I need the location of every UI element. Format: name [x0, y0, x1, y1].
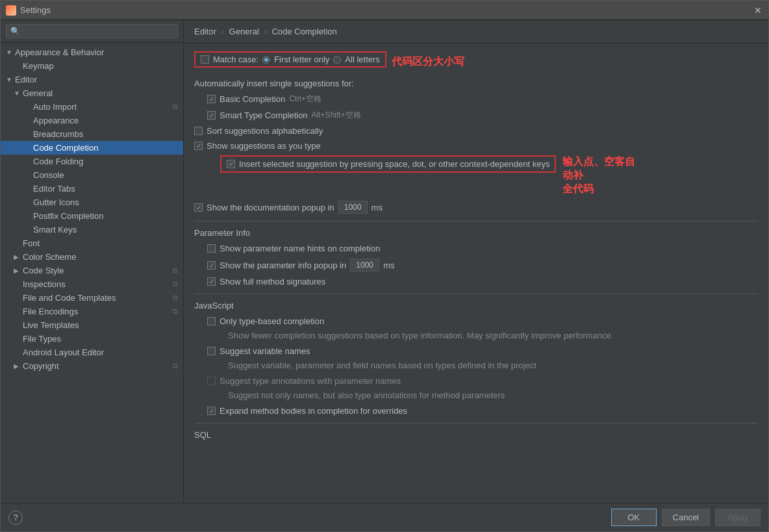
smart-type-label: Smart Type Completion: [220, 110, 308, 120]
param-ms-label: ms: [383, 260, 394, 270]
match-case-label: Match case:: [213, 55, 258, 64]
sidebar-item-file-and-code-templates[interactable]: File and Code Templates⧉: [1, 291, 183, 305]
show-full-signatures-label: Show full method signatures: [220, 277, 325, 286]
match-case-box: Match case: First letter only All letter…: [194, 51, 386, 68]
title-bar: Settings ✕: [1, 1, 768, 20]
apply-button[interactable]: Apply: [715, 509, 761, 526]
first-letter-label: First letter only: [274, 55, 329, 64]
expand-method-label: Expand method bodies in completion for o…: [220, 406, 407, 416]
sidebar-item-breadcrumbs[interactable]: Breadcrumbs: [1, 127, 183, 141]
sidebar-item-label-smart-keys: Smart Keys: [33, 225, 77, 234]
sidebar-item-live-templates[interactable]: Live Templates: [1, 318, 183, 332]
sidebar-item-file-types[interactable]: File Types: [1, 332, 183, 346]
type-based-checkbox[interactable]: [207, 317, 216, 325]
show-full-signatures-checkbox[interactable]: [207, 277, 216, 286]
sidebar-item-label-postfix-completion: Postfix Completion: [33, 211, 103, 221]
suggest-type-label: Suggest type annotations with parameter …: [220, 376, 401, 386]
sidebar-item-file-encodings[interactable]: File Encodings⧉: [1, 305, 183, 318]
title-text: Settings: [20, 5, 51, 15]
documentation-ms-label: ms: [372, 203, 383, 212]
sidebar-item-label-editor-tabs: Editor Tabs: [33, 184, 75, 194]
suggest-type-checkbox: [207, 377, 216, 385]
sidebar-item-label-console: Console: [33, 170, 64, 180]
show-param-hints-checkbox[interactable]: [207, 244, 216, 253]
sidebar-item-appearance-behavior[interactable]: ▼Appearance & Behavior: [1, 45, 183, 59]
help-button[interactable]: ?: [8, 511, 23, 525]
type-based-label: Only type-based completion: [220, 316, 324, 326]
smart-type-shortcut: Alt+Shift+空格: [312, 110, 361, 121]
javascript-title: JavaScript: [194, 301, 758, 310]
sidebar-item-editor[interactable]: ▼Editor: [1, 73, 183, 86]
show-suggestions-label: Show suggestions as you type: [207, 141, 321, 151]
search-input[interactable]: [6, 24, 178, 38]
sidebar-item-smart-keys[interactable]: Smart Keys: [1, 223, 183, 236]
sidebar-item-color-scheme[interactable]: ▶Color Scheme: [1, 250, 183, 264]
sidebar-item-code-style[interactable]: ▶Code Style⧉: [1, 264, 183, 277]
smart-type-checkbox[interactable]: [207, 111, 216, 120]
sidebar-item-label-keymap: Keymap: [23, 61, 54, 71]
breadcrumb-part-1: General: [229, 27, 259, 36]
breadcrumb-part-0: Editor: [194, 27, 216, 36]
sidebar-item-appearance[interactable]: Appearance: [1, 114, 183, 127]
auto-insert-row: Automatically insert single suggestions …: [194, 78, 758, 89]
all-letters-radio[interactable]: [333, 56, 341, 64]
param-ms-input[interactable]: [350, 259, 379, 272]
show-suggestions-checkbox[interactable]: [194, 142, 203, 150]
parameter-info-title: Parameter Info: [194, 228, 758, 238]
documentation-ms-input[interactable]: [338, 201, 368, 214]
sidebar-item-gutter-icons[interactable]: Gutter Icons: [1, 196, 183, 209]
type-based-desc: Show fewer completion suggestions based …: [228, 331, 613, 340]
sidebar-item-label-general: General: [23, 88, 53, 98]
sidebar-item-code-completion[interactable]: Code Completion: [1, 141, 183, 155]
breadcrumb: Editor › General › Code Completion: [184, 20, 768, 44]
sidebar-tree: ▼Appearance & BehaviorKeymap▼Editor▼Gene…: [1, 43, 183, 503]
copy-icon: ⧉: [173, 294, 178, 302]
insert-selected-box: Insert selected suggestion by pressing s…: [220, 155, 556, 173]
suggest-variable-checkbox[interactable]: [207, 347, 216, 355]
sidebar-item-label-inspections: Inspections: [23, 279, 66, 289]
basic-completion-row: Basic Completion Ctrl+空格: [207, 93, 758, 105]
sidebar-item-console[interactable]: Console: [1, 168, 183, 182]
close-button[interactable]: ✕: [753, 5, 763, 16]
sidebar-item-label-copyright: Copyright: [23, 361, 59, 371]
bottom-bar: ? OK Cancel Apply: [1, 503, 768, 531]
cancel-button[interactable]: Cancel: [662, 509, 710, 526]
sidebar-item-postfix-completion[interactable]: Postfix Completion: [1, 209, 183, 223]
sidebar-item-keymap[interactable]: Keymap: [1, 59, 183, 73]
show-param-hints-label: Show parameter name hints on completion: [220, 244, 380, 253]
sidebar-item-label-file-encodings: File Encodings: [23, 307, 78, 316]
suggest-variable-row: Suggest variable names: [207, 346, 758, 357]
expand-method-row: Expand method bodies in completion for o…: [207, 405, 758, 416]
sort-alpha-checkbox[interactable]: [194, 127, 203, 135]
sidebar-item-inspections[interactable]: Inspections⧉: [1, 277, 183, 291]
breadcrumb-sep-1: ›: [264, 27, 269, 36]
suggest-type-desc: Suggest not only names, but also type an…: [228, 390, 505, 400]
basic-completion-label: Basic Completion: [220, 94, 285, 104]
insert-selected-checkbox[interactable]: [227, 160, 235, 168]
show-documentation-checkbox[interactable]: [194, 203, 203, 212]
title-bar-left: Settings: [6, 5, 51, 16]
breadcrumb-part-2: Code Completion: [271, 27, 336, 36]
sidebar-item-font[interactable]: Font: [1, 236, 183, 250]
sidebar-item-copyright[interactable]: ▶Copyright⧉: [1, 359, 183, 373]
content-area: Match case: First letter only All letter…: [184, 44, 768, 503]
sidebar: ▼Appearance & BehaviorKeymap▼Editor▼Gene…: [1, 20, 184, 503]
show-param-hints-row: Show parameter name hints on completion: [207, 243, 758, 254]
basic-completion-checkbox[interactable]: [207, 95, 216, 103]
ok-button[interactable]: OK: [611, 509, 657, 526]
sidebar-item-label-code-style: Code Style: [23, 266, 64, 275]
show-param-popup-checkbox[interactable]: [207, 261, 216, 270]
first-letter-radio[interactable]: [262, 56, 270, 64]
match-case-checkbox[interactable]: [201, 55, 209, 64]
sidebar-item-code-folding[interactable]: Code Folding: [1, 155, 183, 168]
type-based-row: Only type-based completion: [207, 316, 758, 327]
sidebar-item-auto-import[interactable]: Auto Import⧉: [1, 100, 183, 114]
sort-alpha-row: Sort suggestions alphabetically: [194, 125, 758, 136]
sidebar-item-android-layout-editor[interactable]: Android Layout Editor: [1, 346, 183, 359]
sidebar-item-editor-tabs[interactable]: Editor Tabs: [1, 182, 183, 196]
sidebar-item-label-appearance-behavior: Appearance & Behavior: [15, 47, 104, 57]
sidebar-item-label-code-folding: Code Folding: [33, 157, 83, 166]
sidebar-item-general[interactable]: ▼General: [1, 86, 183, 100]
button-group: OK Cancel Apply: [611, 509, 761, 526]
expand-method-checkbox[interactable]: [207, 407, 216, 415]
